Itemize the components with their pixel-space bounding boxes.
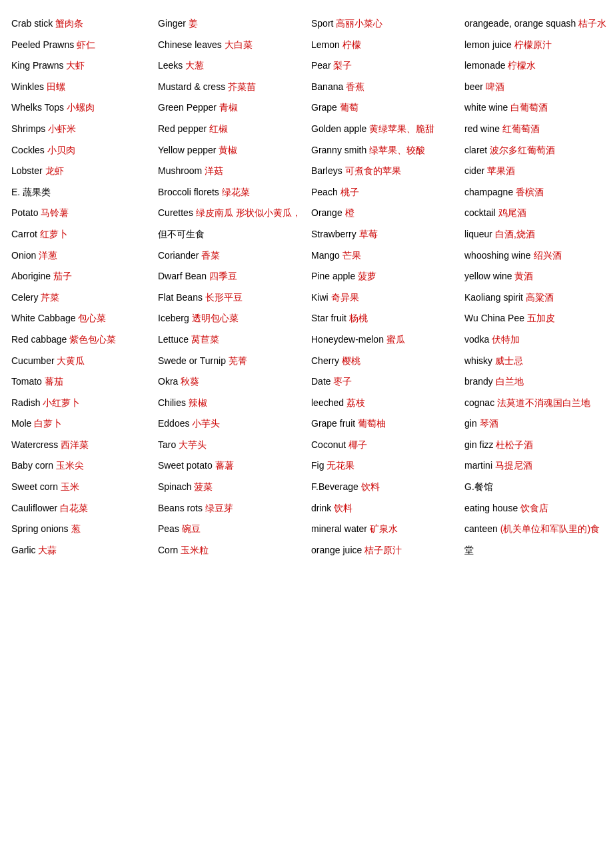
- chinese-text: 蜜瓜: [386, 334, 405, 345]
- list-item: Flat Beans 长形平豆: [157, 287, 303, 309]
- list-item: cognac 法莫道不消魂国白兰地: [463, 393, 613, 414]
- chinese-text: 威士忌: [495, 355, 523, 366]
- list-item: Coriander 香菜: [157, 245, 303, 267]
- chinese-text: 高粱酒: [526, 292, 554, 303]
- chinese-text: 莴苣菜: [191, 334, 219, 345]
- chinese-text: 五加皮: [527, 313, 555, 323]
- column-1: Crab stick 蟹肉条Peeled Prawns 虾仁King Prawn…: [7, 13, 153, 561]
- list-item: vodka 伏特加: [463, 329, 613, 351]
- list-item: E. 蔬果类: [10, 182, 150, 203]
- list-item: Green Pepper 青椒: [157, 97, 303, 119]
- chinese-text: 秋葵: [181, 376, 199, 387]
- list-item: Red cabbage 紫色包心菜: [10, 329, 150, 351]
- list-item: Cockles 小贝肉: [10, 140, 150, 161]
- chinese-text: 香蕉: [346, 81, 364, 92]
- list-item: Curettes 绿皮南瓜 形状似小黄瓜，: [157, 203, 303, 224]
- list-item: King Prawns 大虾: [10, 55, 150, 77]
- chinese-text: 芜菁: [229, 355, 247, 366]
- list-item: White Cabbage 包心菜: [10, 308, 150, 329]
- list-item: Kaoliang spirit 高粱酒: [463, 287, 613, 309]
- chinese-text: 紫色包心菜: [69, 334, 116, 345]
- list-item: whooshing wine 绍兴酒: [463, 245, 613, 267]
- list-item: Pine apple 菠萝: [310, 266, 456, 287]
- chinese-text: 玉米: [61, 481, 79, 492]
- chinese-text: 茄子: [53, 271, 72, 281]
- list-item: orange juice 桔子原汁: [310, 540, 456, 561]
- list-item: Sweet corn 玉米: [10, 477, 150, 498]
- list-item: Mango 芒果: [310, 245, 456, 267]
- list-item: Lobster 龙虾: [10, 161, 150, 182]
- list-item: Mustard & cress 芥菜苗: [157, 77, 303, 98]
- list-item: Lettuce 莴苣菜: [157, 329, 303, 351]
- list-item: Star fruit 杨桃: [310, 308, 456, 329]
- list-item: Barleys 可煮食的苹果: [310, 161, 456, 182]
- chinese-text: 白萝卜: [34, 418, 62, 429]
- list-item: Chilies 辣椒: [157, 393, 303, 414]
- list-item: Granny smith 绿苹果、较酸: [310, 140, 456, 161]
- chinese-text: 法莫道不消魂国白兰地: [497, 397, 590, 408]
- list-item: white wine 白葡萄酒: [463, 97, 613, 119]
- column-2: Ginger 姜Chinese leaves 大白菜Leeks 大葱Mustar…: [153, 13, 306, 561]
- list-item: Sweet potato 蕃薯: [157, 455, 303, 477]
- list-item: Leeks 大葱: [157, 55, 303, 77]
- chinese-text: 田螺: [47, 81, 65, 92]
- chinese-text: 黄椒: [219, 145, 237, 155]
- chinese-text: 大黄瓜: [57, 355, 85, 366]
- chinese-text: 荔枝: [346, 397, 365, 408]
- list-item: Whelks Tops 小螺肉: [10, 97, 150, 119]
- list-item: eating house 饮食店: [463, 498, 613, 519]
- chinese-text: 绍兴酒: [534, 250, 562, 261]
- chinese-text: 马提尼酒: [495, 460, 532, 471]
- chinese-text: 白兰地: [496, 376, 524, 387]
- list-item: G.餐馆: [463, 477, 613, 498]
- chinese-text: 西洋菜: [61, 439, 89, 450]
- list-item: beer 啤酒: [463, 77, 613, 98]
- list-item: Radish 小红萝卜: [10, 393, 150, 414]
- list-item: yellow wine 黄酒: [463, 266, 613, 287]
- chinese-text: 四季豆: [209, 271, 237, 281]
- list-item: Banana 香蕉: [310, 77, 456, 98]
- column-4: orangeade, orange squash 桔子水lemon juice …: [460, 13, 613, 561]
- chinese-text: 黄酒: [514, 271, 533, 281]
- list-item: Grape fruit 葡萄柚: [310, 413, 456, 435]
- chinese-text: 饮食店: [520, 503, 548, 513]
- chinese-text: 高丽小菜心: [336, 18, 382, 29]
- chinese-text: 姜: [189, 18, 198, 29]
- chinese-text: 橙: [345, 207, 354, 218]
- list-item: mineral water 矿泉水: [310, 519, 456, 540]
- list-item: lemonade 柠檬水: [463, 55, 613, 77]
- chinese-text: 大白菜: [225, 39, 253, 50]
- list-item: Kiwi 奇异果: [310, 287, 456, 309]
- list-item: Ginger 姜: [157, 13, 303, 35]
- list-item: whisky 威士忌: [463, 351, 613, 372]
- list-item: gin fizz 杜松子酒: [463, 435, 613, 456]
- chinese-text: 辣椒: [189, 397, 207, 408]
- chinese-text: 小贝肉: [47, 145, 75, 155]
- list-item: Corn 玉米粒: [157, 540, 303, 561]
- list-item: Baby corn 玉米尖: [10, 455, 150, 477]
- chinese-text: 绿苹果、较酸: [369, 145, 425, 155]
- list-item: F.Beverage 饮料: [310, 477, 456, 498]
- chinese-text: 香槟酒: [516, 187, 544, 197]
- chinese-text: 碗豆: [182, 523, 201, 534]
- list-item: Wu China Pee 五加皮: [463, 308, 613, 329]
- list-item: cider 苹果酒: [463, 161, 613, 182]
- chinese-text: 白花菜: [60, 503, 88, 513]
- list-item: Celery 芹菜: [10, 287, 150, 309]
- list-item: Chinese leaves 大白菜: [157, 35, 303, 56]
- list-item: martini 马提尼酒: [463, 455, 613, 477]
- chinese-text: 啤酒: [486, 81, 504, 92]
- main-grid: Crab stick 蟹肉条Peeled Prawns 虾仁King Prawn…: [7, 13, 606, 561]
- chinese-text: 黄绿苹果、脆甜: [369, 123, 434, 134]
- chinese-text: 桃子: [340, 187, 359, 197]
- list-item: Sport 高丽小菜心: [310, 13, 456, 35]
- chinese-text: 红萝卜: [40, 229, 68, 239]
- chinese-text: 小螺肉: [67, 102, 95, 113]
- list-item: Potato 马铃薯: [10, 203, 150, 224]
- list-item: leeched 荔枝: [310, 393, 456, 414]
- chinese-text: 小芋头: [192, 418, 220, 429]
- list-item: canteen (机关单位和军队里的)食: [463, 519, 613, 540]
- chinese-text: 桔子原汁: [364, 545, 402, 555]
- chinese-text: 波尔多红葡萄酒: [490, 145, 555, 155]
- chinese-text: 芹菜: [41, 292, 59, 303]
